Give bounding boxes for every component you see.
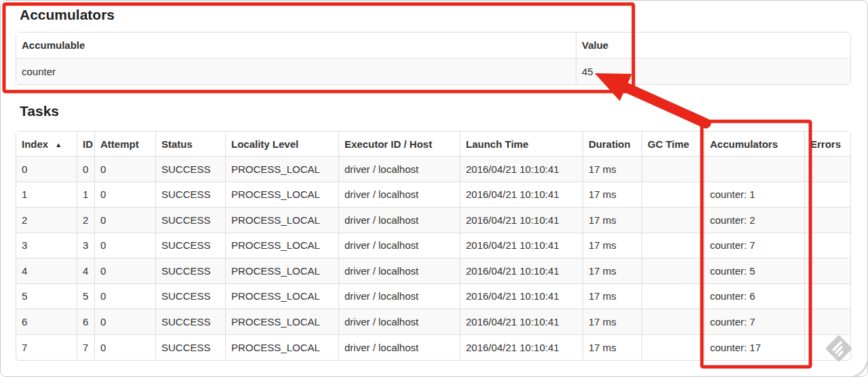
task-status-cell: SUCCESS <box>156 182 226 208</box>
task-index-cell: 4 <box>16 258 77 284</box>
accumulable-row: counter 45 <box>16 58 850 84</box>
task-id-cell: 4 <box>77 258 95 284</box>
task-id-cell: 6 <box>77 309 95 335</box>
accumulable-name-cell: counter <box>16 58 576 84</box>
task-row: 000SUCCESSPROCESS_LOCALdriver / localhos… <box>16 157 850 182</box>
task-errors-cell <box>805 233 850 259</box>
executor-id-host-column-header[interactable]: Executor ID / Host <box>339 132 460 157</box>
task-launch-time-cell: 2016/04/21 10:10:41 <box>460 157 583 182</box>
task-errors-cell <box>805 335 850 361</box>
accumulators-section-title: Accumulators <box>20 7 115 23</box>
tasks-header-row: Index▲ ID Attempt Status Locality Level … <box>16 132 850 157</box>
task-status-cell: SUCCESS <box>156 284 226 310</box>
attempt-column-header[interactable]: Attempt <box>95 132 156 157</box>
errors-column-header[interactable]: Errors <box>805 132 850 157</box>
task-executor-cell: driver / localhost <box>339 157 460 182</box>
task-gc-time-cell <box>642 284 705 310</box>
task-row: 220SUCCESSPROCESS_LOCALdriver / localhos… <box>16 207 850 233</box>
task-duration-cell: 17 ms <box>583 182 642 208</box>
task-executor-cell: driver / localhost <box>339 182 460 208</box>
task-errors-cell <box>805 258 850 284</box>
task-index-cell: 0 <box>16 157 77 182</box>
task-launch-time-cell: 2016/04/21 10:10:41 <box>460 284 583 310</box>
value-column-header: Value <box>576 33 850 58</box>
task-duration-cell: 17 ms <box>583 284 642 310</box>
task-gc-time-cell <box>642 335 705 361</box>
task-gc-time-cell <box>642 309 705 335</box>
task-status-cell: SUCCESS <box>156 309 226 335</box>
task-row: 660SUCCESSPROCESS_LOCALdriver / localhos… <box>16 309 850 335</box>
tasks-section-title: Tasks <box>20 103 59 119</box>
task-id-cell: 1 <box>77 182 95 208</box>
task-id-cell: 2 <box>77 207 95 233</box>
task-duration-cell: 17 ms <box>583 258 642 284</box>
task-executor-cell: driver / localhost <box>339 284 460 310</box>
launch-time-column-header[interactable]: Launch Time <box>460 132 583 157</box>
task-launch-time-cell: 2016/04/21 10:10:41 <box>460 182 583 208</box>
task-duration-cell: 17 ms <box>583 207 642 233</box>
task-attempt-cell: 0 <box>95 309 156 335</box>
task-index-cell: 1 <box>16 182 77 208</box>
accumulable-value-cell: 45 <box>576 58 850 84</box>
task-locality-cell: PROCESS_LOCAL <box>226 309 339 335</box>
task-id-cell: 7 <box>77 335 95 361</box>
task-locality-cell: PROCESS_LOCAL <box>226 157 339 182</box>
annotation-arrow-shaft <box>625 87 706 123</box>
task-locality-cell: PROCESS_LOCAL <box>226 233 339 259</box>
task-status-cell: SUCCESS <box>156 157 226 182</box>
task-accumulators-cell: counter: 17 <box>705 335 805 361</box>
task-launch-time-cell: 2016/04/21 10:10:41 <box>460 335 583 361</box>
task-row: 440SUCCESSPROCESS_LOCALdriver / localhos… <box>16 258 850 284</box>
task-id-cell: 0 <box>77 157 95 182</box>
index-column-header[interactable]: Index▲ <box>16 132 77 157</box>
task-executor-cell: driver / localhost <box>339 309 460 335</box>
task-gc-time-cell <box>642 207 705 233</box>
task-errors-cell <box>805 182 850 208</box>
task-locality-cell: PROCESS_LOCAL <box>226 335 339 361</box>
task-gc-time-cell <box>642 157 705 182</box>
task-accumulators-cell: counter: 2 <box>705 207 805 233</box>
task-errors-cell <box>805 207 850 233</box>
accumulators-column-header[interactable]: Accumulators <box>705 132 805 157</box>
locality-level-column-header[interactable]: Locality Level <box>226 132 339 157</box>
task-status-cell: SUCCESS <box>156 258 226 284</box>
task-duration-cell: 17 ms <box>583 335 642 361</box>
task-id-cell: 3 <box>77 233 95 259</box>
tasks-table: Index▲ ID Attempt Status Locality Level … <box>16 131 851 361</box>
task-locality-cell: PROCESS_LOCAL <box>226 207 339 233</box>
id-column-header[interactable]: ID <box>77 132 95 157</box>
task-index-cell: 7 <box>16 335 77 361</box>
watermark-swoosh-decoration <box>854 361 867 376</box>
task-attempt-cell: 0 <box>95 207 156 233</box>
task-attempt-cell: 0 <box>95 233 156 259</box>
task-attempt-cell: 0 <box>95 157 156 182</box>
task-status-cell: SUCCESS <box>156 233 226 259</box>
task-accumulators-cell <box>705 157 805 182</box>
task-row: 550SUCCESSPROCESS_LOCALdriver / localhos… <box>16 284 850 310</box>
task-row: 330SUCCESSPROCESS_LOCALdriver / localhos… <box>16 233 850 259</box>
task-duration-cell: 17 ms <box>583 157 642 182</box>
task-locality-cell: PROCESS_LOCAL <box>226 258 339 284</box>
task-id-cell: 5 <box>77 284 95 310</box>
task-gc-time-cell <box>642 233 705 259</box>
task-duration-cell: 17 ms <box>583 309 642 335</box>
task-accumulators-cell: counter: 6 <box>705 284 805 310</box>
duration-column-header[interactable]: Duration <box>583 132 642 157</box>
index-column-label: Index <box>22 138 48 150</box>
status-column-header[interactable]: Status <box>156 132 226 157</box>
task-attempt-cell: 0 <box>95 284 156 310</box>
task-row: 110SUCCESSPROCESS_LOCALdriver / localhos… <box>16 182 850 208</box>
task-attempt-cell: 0 <box>95 258 156 284</box>
task-launch-time-cell: 2016/04/21 10:10:41 <box>460 233 583 259</box>
accumulables-header-row: Accumulable Value <box>16 33 850 58</box>
task-index-cell: 6 <box>16 309 77 335</box>
task-accumulators-cell: counter: 5 <box>705 258 805 284</box>
task-errors-cell <box>805 309 850 335</box>
gc-time-column-header[interactable]: GC Time <box>642 132 705 157</box>
task-locality-cell: PROCESS_LOCAL <box>226 182 339 208</box>
task-index-cell: 5 <box>16 284 77 310</box>
accumulable-column-header: Accumulable <box>16 33 576 58</box>
task-status-cell: SUCCESS <box>156 207 226 233</box>
task-executor-cell: driver / localhost <box>339 258 460 284</box>
task-index-cell: 3 <box>16 233 77 259</box>
